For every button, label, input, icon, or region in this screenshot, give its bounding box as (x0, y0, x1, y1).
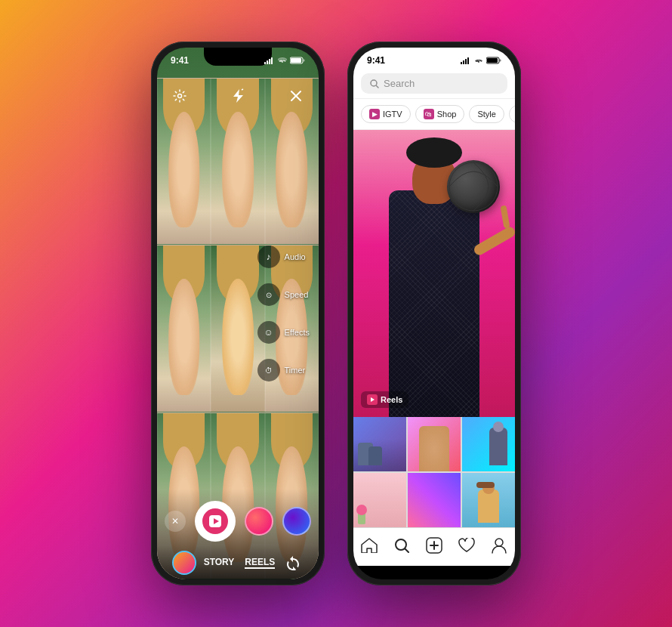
svg-rect-18 (487, 58, 498, 63)
right-phone: 9:41 Search ▶ IGTV 🛍 Shop (347, 42, 521, 585)
timer-menu-item[interactable]: ⏱ Timer (257, 359, 310, 381)
pill-comics[interactable]: Comics (509, 105, 515, 123)
svg-marker-23 (371, 397, 375, 402)
effect-icons-row: ✕ (165, 501, 311, 542)
igtv-icon: ▶ (369, 109, 380, 119)
timer-icon: ⏱ (257, 359, 280, 381)
pill-style-label: Style (477, 110, 495, 119)
flash-icon[interactable] (227, 85, 248, 107)
svg-rect-3 (271, 57, 273, 64)
camera-top-controls (166, 85, 310, 107)
signal-icon (264, 57, 275, 64)
speed-icon: ⊙ (257, 283, 280, 306)
svg-rect-19 (500, 60, 501, 62)
hero-reel-section[interactable]: Reels (353, 130, 515, 417)
svg-rect-13 (461, 62, 462, 64)
svg-rect-5 (291, 58, 301, 63)
audio-icon: ♪ (257, 246, 280, 268)
thumb-6[interactable] (462, 473, 515, 527)
effects-icon: ☺ (257, 321, 280, 344)
svg-line-8 (242, 89, 243, 90)
search-placeholder-text: Search (384, 78, 415, 89)
svg-rect-16 (467, 57, 469, 64)
thumbnail-grid (353, 417, 515, 527)
pill-shop[interactable]: 🛍 Shop (415, 105, 465, 123)
basketball (447, 160, 500, 213)
effect-blue[interactable] (282, 507, 311, 536)
svg-rect-2 (269, 59, 270, 64)
reels-label: Reels (361, 391, 408, 408)
thumb-3[interactable] (462, 417, 515, 471)
pill-igtv[interactable]: ▶ IGTV (361, 105, 411, 123)
add-nav-icon[interactable] (424, 536, 444, 555)
pill-style[interactable]: Style (469, 105, 504, 123)
svg-point-20 (371, 80, 377, 86)
heart-nav-icon[interactable] (457, 536, 476, 555)
story-tab[interactable]: STORY (204, 557, 235, 569)
profile-nav-icon[interactable] (489, 536, 509, 555)
wifi-icon (278, 57, 287, 64)
close-icon[interactable] (285, 85, 307, 107)
svg-point-22 (449, 162, 498, 211)
effects-label: Effects (285, 328, 310, 337)
reels-small-icon (367, 394, 378, 405)
camera-tab-labels: STORY REELS (204, 557, 276, 569)
bottom-navigation (353, 527, 515, 566)
left-status-bar: 9:41 (157, 48, 319, 69)
flip-camera-icon[interactable] (282, 552, 304, 573)
svg-line-25 (405, 548, 409, 552)
close-effects-icon[interactable]: ✕ (165, 511, 186, 532)
thumb-5[interactable] (408, 473, 461, 527)
left-phone: 9:41 ♪ (151, 42, 325, 585)
left-status-time: 9:41 (171, 55, 189, 66)
settings-icon[interactable] (169, 85, 190, 107)
svg-rect-6 (304, 60, 305, 62)
camera-side-menu: ♪ Audio ⊙ Speed ☺ Effects ⏱ Timer (257, 246, 319, 381)
svg-point-7 (178, 94, 182, 98)
speed-menu-item[interactable]: ⊙ Speed (257, 283, 310, 306)
speed-label: Speed (285, 290, 309, 299)
thumb-4[interactable] (353, 473, 406, 527)
user-avatar[interactable] (172, 551, 196, 575)
audio-label: Audio (285, 252, 306, 261)
reels-tab[interactable]: REELS (245, 557, 275, 569)
category-pills-row: ▶ IGTV 🛍 Shop Style Comics TV & Movies (353, 99, 515, 130)
search-bar-wrapper: Search (353, 69, 515, 99)
person-outfit (389, 190, 479, 417)
right-signal-icon (461, 57, 471, 64)
effect-red[interactable] (245, 507, 273, 536)
pill-igtv-label: IGTV (383, 110, 402, 119)
svg-rect-14 (463, 60, 464, 64)
right-battery-icon (486, 57, 501, 64)
svg-rect-15 (465, 59, 467, 64)
reels-label-text: Reels (381, 395, 402, 404)
record-inner (202, 508, 228, 534)
right-status-time: 9:41 (367, 55, 385, 66)
svg-rect-0 (264, 62, 266, 64)
battery-icon (290, 57, 305, 64)
shop-icon: 🛍 (424, 109, 434, 119)
right-status-bar: 9:41 (353, 48, 515, 69)
thumb-2[interactable] (408, 417, 461, 471)
svg-rect-1 (267, 60, 268, 64)
search-magnifier-icon (370, 79, 379, 88)
pill-shop-label: Shop (437, 110, 457, 119)
left-status-icons (264, 57, 305, 64)
search-nav-icon[interactable] (392, 536, 412, 555)
thumb-1[interactable] (353, 417, 406, 471)
basketball-lines (447, 160, 500, 213)
home-nav-icon[interactable] (359, 536, 379, 555)
plaid-pattern (389, 190, 479, 417)
right-wifi-icon (474, 57, 483, 64)
camera-bottom-bar: ✕ (157, 489, 319, 579)
audio-menu-item[interactable]: ♪ Audio (257, 246, 310, 268)
svg-line-21 (377, 85, 379, 88)
record-button[interactable] (195, 501, 236, 542)
face-tile-4 (157, 245, 211, 412)
effects-menu-item[interactable]: ☺ Effects (257, 321, 310, 344)
search-bar[interactable]: Search (361, 73, 507, 94)
reels-play-icon (208, 514, 222, 528)
timer-label: Timer (285, 366, 306, 375)
svg-point-29 (495, 539, 503, 546)
explore-content: Reels (353, 130, 515, 579)
